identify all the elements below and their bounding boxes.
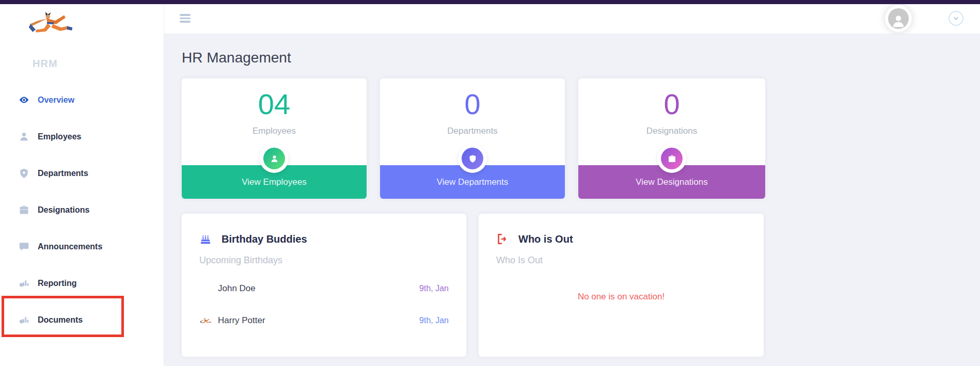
panel-subtitle: Who Is Out (496, 255, 746, 266)
user-icon (19, 131, 29, 142)
martial-artist-avatar (199, 312, 212, 329)
stat-card-employees: 04 Employees View Employees (182, 78, 367, 199)
view-departments-label: View Departments (437, 177, 509, 187)
stat-icon-ring (260, 144, 289, 173)
sidebar-item-documents[interactable]: Documents (0, 301, 164, 338)
app-logo[interactable] (26, 11, 75, 32)
stat-value: 04 (182, 78, 367, 119)
who-is-out-panel: Who is Out Who Is Out No one is on vacat… (479, 214, 764, 357)
birthday-row: John Doe 9th, Jan (199, 279, 449, 298)
panel-title: Birthday Buddies (222, 233, 307, 245)
topbar (164, 4, 980, 34)
birthday-date: 9th, Jan (419, 316, 449, 325)
panel-header: Birthday Buddies (199, 231, 449, 247)
briefcase-icon (19, 204, 29, 215)
sidebar-item-label: Overview (38, 96, 74, 105)
stat-value: 0 (380, 78, 565, 119)
stat-label: Designations (578, 126, 765, 136)
sidebar-nav: Overview Employees Departments Designati… (0, 82, 164, 338)
stat-value: 0 (578, 78, 765, 119)
stat-card-departments: 0 Departments View Departments (380, 78, 565, 199)
stat-icon-ring (458, 144, 487, 173)
user-avatar[interactable] (885, 5, 912, 32)
panel-header: Who is Out (496, 231, 746, 247)
employee-name: Harry Potter (218, 315, 265, 326)
sidebar-item-label: Employees (38, 132, 81, 141)
panel-title: Who is Out (518, 233, 573, 245)
birthday-buddies-panel: Birthday Buddies Upcoming Birthdays John… (182, 214, 466, 357)
stat-label: Departments (380, 126, 565, 136)
stat-icon-ring (657, 144, 686, 173)
sidebar-item-label: Reporting (38, 279, 77, 288)
brand-label: HRM (33, 58, 58, 70)
chart-icon (19, 314, 29, 325)
sidebar-item-employees[interactable]: Employees (0, 118, 164, 155)
employee-name: John Doe (218, 283, 256, 294)
sidebar-item-label: Designations (38, 205, 89, 215)
shield-icon (19, 168, 29, 179)
sidebar-item-announcements[interactable]: Announcements (0, 228, 164, 265)
sidebar-item-designations[interactable]: Designations (0, 192, 164, 228)
main-content: HR Management 04 Employees View Employee… (164, 34, 980, 366)
sidebar-item-label: Announcements (38, 242, 102, 251)
sidebar-item-label: Documents (38, 315, 83, 325)
view-employees-label: View Employees (242, 177, 306, 187)
top-accent-strip (0, 0, 980, 4)
panel-subtitle: Upcoming Birthdays (199, 255, 449, 266)
sign-out-icon (496, 233, 509, 245)
sidebar: HRM Overview Employees Departments Desig… (0, 4, 164, 366)
sidebar-item-label: Departments (38, 169, 88, 178)
page-title: HR Management (182, 50, 980, 66)
hrm-dashboard: HRM Overview Employees Departments Desig… (0, 0, 980, 366)
view-designations-label: View Designations (636, 177, 708, 187)
sidebar-item-departments[interactable]: Departments (0, 155, 164, 192)
no-vacation-message: No one is on vacation! (496, 292, 746, 302)
avatar-placeholder-icon (888, 8, 909, 29)
sidebar-item-overview[interactable]: Overview (0, 82, 164, 118)
chevron-down-icon (953, 15, 959, 22)
user-icon (891, 13, 906, 29)
menu-icon[interactable] (180, 14, 191, 23)
stat-card-designations: 0 Designations View Designations (578, 78, 765, 199)
birthday-date: 9th, Jan (419, 284, 449, 293)
chart-icon (19, 278, 29, 289)
chat-icon (19, 241, 29, 252)
avatar-slot-empty (199, 280, 212, 297)
shield-icon (462, 148, 483, 169)
birthday-row: Harry Potter 9th, Jan (199, 311, 449, 330)
sidebar-item-reporting[interactable]: Reporting (0, 265, 164, 301)
stat-cards-row: 04 Employees View Employees 0 Department… (182, 78, 980, 199)
panels-row: Birthday Buddies Upcoming Birthdays John… (182, 214, 980, 357)
martial-artist-logo-icon (26, 11, 75, 33)
user-menu-toggle[interactable] (949, 11, 963, 26)
user-icon (263, 148, 285, 169)
stat-label: Employees (182, 126, 367, 136)
cake-icon (199, 233, 212, 245)
briefcase-icon (661, 148, 683, 169)
eye-icon (19, 94, 29, 105)
